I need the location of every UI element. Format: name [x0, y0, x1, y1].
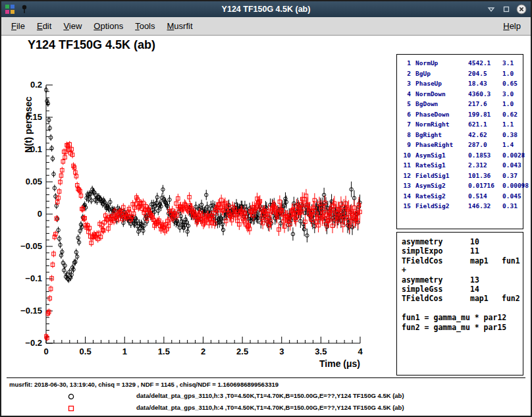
theory-line-9: fun1 = gamma_mu * par12 — [402, 313, 523, 322]
param-row-9: 9PhaseRight287.01.4 — [401, 140, 523, 150]
param-row-1: 1NormUp4542.13.1 — [401, 58, 523, 69]
minimize-button[interactable] — [486, 4, 496, 14]
y-axis-title: N(t) per nsec — [23, 96, 34, 153]
theory-line-2: simplExpo11 — [402, 246, 523, 256]
y-tick-label: 0.05 — [26, 177, 42, 186]
param-row-8: 8BgRight42.620.38 — [401, 130, 523, 140]
titlebar-left-icons — [5, 4, 30, 14]
titlebar[interactable]: Y124 TF150G 4.5K (ab) — [1, 1, 531, 17]
menu-item-options[interactable]: Options — [88, 19, 129, 33]
menu-item-edit[interactable]: Edit — [31, 19, 57, 33]
menubar: FileEditViewOptionsToolsMusrfit Help — [1, 17, 531, 36]
param-row-11: 11RateSig12.3120.043 — [401, 160, 523, 171]
legend-text-2: data/deltat_pta_gps_3110,h:4 ,T0=4.50K,T… — [136, 404, 404, 411]
y-tick-label: −0.1 — [25, 273, 42, 283]
data-series-2[interactable] — [44, 141, 361, 341]
x-tick-label: 0.5 — [80, 347, 92, 356]
fit-status-line: musrfit: 2018-06-30, 13:19:40, chisq = 1… — [9, 381, 279, 388]
y-tick-label: −0.05 — [20, 241, 42, 251]
theory-line-6: simpleGss14 — [402, 285, 523, 294]
param-row-2: 2BgUp204.51.0 — [401, 69, 523, 79]
menu-item-tools[interactable]: Tools — [129, 19, 161, 33]
param-row-7: 7NormRight621.11.1 — [401, 119, 523, 130]
window-controls — [486, 4, 527, 14]
plot-title: Y124 TF150G 4.5K (ab) — [28, 38, 155, 52]
app-icon[interactable] — [5, 4, 15, 14]
pin-icon[interactable] — [19, 4, 30, 14]
param-row-10: 10AsymSig10.18530.0028 — [401, 150, 523, 161]
x-tick-label: 1.5 — [158, 347, 170, 356]
theory-box: asymmetry10simplExpo11TFieldCosmap1fun1+… — [396, 232, 523, 375]
param-row-15: 15FieldSig2146.320.31 — [401, 201, 523, 211]
theory-line-4: + — [402, 265, 523, 275]
x-tick-label: 2 — [201, 347, 205, 356]
legend-entry-1: data/deltat_pta_gps_3110,h:3 ,T0=4.50K,T… — [1, 391, 531, 401]
y-tick-label: −0.15 — [20, 306, 42, 316]
param-row-3: 3PhaseUp18.430.65 — [401, 78, 523, 89]
x-axis-title: Time (μs) — [319, 358, 360, 369]
y-tick-label: −0.2 — [25, 338, 42, 348]
plot-area[interactable]: 00.511.522.533.54−0.2−0.15−0.1−0.0500.05… — [14, 57, 373, 380]
open-circle-marker-icon — [67, 391, 75, 403]
data-series-1[interactable] — [44, 87, 361, 283]
window-title: Y124 TF150G 4.5K (ab) — [1, 1, 531, 17]
theory-line-10: fun2 = gamma_mu * par15 — [402, 323, 523, 332]
param-row-4: 4NormDown4360.33.0 — [401, 89, 523, 99]
x-tick-label: 2.5 — [236, 347, 248, 356]
x-tick-label: 1 — [122, 347, 127, 356]
param-row-5: 5BgDown217.61.0 — [401, 99, 523, 109]
theory-line-1: asymmetry10 — [402, 237, 523, 246]
x-tick-label: 3 — [279, 347, 284, 356]
fit-parameters-box: 1NormUp4542.13.12BgUp204.51.03PhaseUp18.… — [396, 54, 523, 229]
legend-entry-2: data/deltat_pta_gps_3110,h:4 ,T0=4.50K,T… — [1, 403, 531, 412]
theory-line-5: asymmetry13 — [402, 275, 523, 285]
menu-item-help[interactable]: Help — [497, 19, 527, 33]
menu-item-file[interactable]: File — [5, 19, 31, 33]
theory-line-8 — [402, 304, 523, 313]
param-row-6: 6PhaseDown199.810.62 — [401, 109, 523, 120]
theory-line-7: TFieldCosmap1fun2 — [402, 294, 523, 303]
x-tick-label: 4 — [358, 347, 363, 356]
menu-items: FileEditViewOptionsToolsMusrfit — [5, 19, 199, 33]
root-canvas: Y124 TF150G 4.5K (ab) 00.511.522.533.54−… — [1, 36, 531, 416]
close-button[interactable] — [516, 4, 527, 14]
param-row-14: 14RateSig20.5140.045 — [401, 191, 523, 202]
theory-line-3: TFieldCosmap1fun1 — [402, 256, 523, 265]
open-square-marker-icon — [67, 403, 75, 415]
param-row-13: 13AsymSig20.017160.00098 — [401, 181, 523, 191]
param-row-12: 12FieldSig1101.360.37 — [401, 171, 523, 181]
menu-item-view[interactable]: View — [57, 19, 88, 33]
y-tick-label: 0.2 — [30, 80, 42, 90]
status-separator — [7, 377, 525, 378]
legend-text-1: data/deltat_pta_gps_3110,h:3 ,T0=4.50K,T… — [136, 392, 404, 399]
maximize-button[interactable] — [501, 4, 512, 14]
y-tick-label: 0 — [38, 209, 42, 219]
menu-item-musrfit[interactable]: Musrfit — [161, 19, 199, 33]
musrview-window: Y124 TF150G 4.5K (ab) FileEditViewOption… — [0, 0, 532, 417]
x-tick-label: 0 — [43, 347, 48, 356]
x-tick-label: 3.5 — [315, 347, 327, 356]
